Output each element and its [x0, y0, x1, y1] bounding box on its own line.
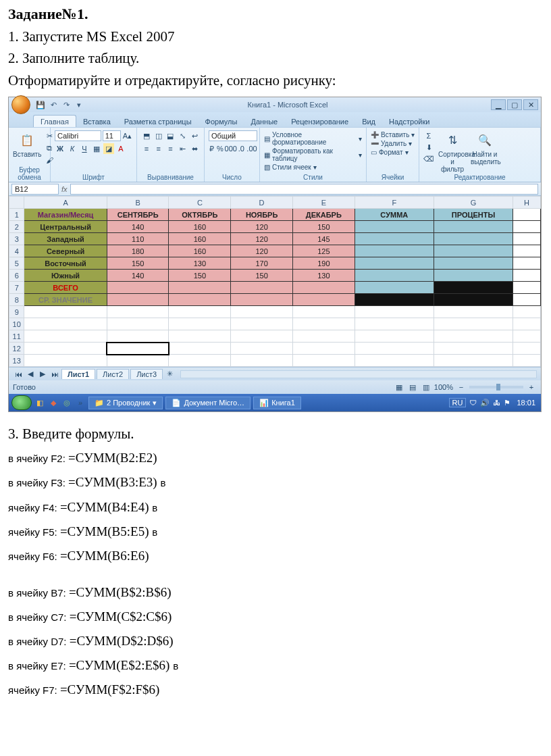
cell[interactable]: [107, 282, 169, 294]
cell[interactable]: 170: [231, 257, 293, 270]
find-select-button[interactable]: 🔍 Найти и выделить: [471, 130, 499, 173]
align-middle-icon[interactable]: ◫: [153, 130, 164, 141]
decrease-indent-icon[interactable]: ⇤: [177, 143, 188, 154]
tab-formulas[interactable]: Формулы: [199, 116, 244, 127]
col-header[interactable]: E: [292, 197, 355, 209]
sheet-nav-prev-icon[interactable]: ◀: [25, 369, 36, 380]
cell[interactable]: ОКТЯБРЬ: [169, 209, 231, 221]
row-header[interactable]: 10: [9, 318, 24, 330]
cell[interactable]: 120: [231, 221, 293, 233]
sheet-nav-next-icon[interactable]: ▶: [37, 369, 48, 380]
tab-insert[interactable]: Вставка: [76, 116, 117, 127]
align-bottom-icon[interactable]: ⬓: [165, 130, 176, 141]
taskbar-item[interactable]: 📄Документ Micro…: [165, 397, 251, 409]
col-header[interactable]: A: [24, 197, 107, 209]
cell[interactable]: [355, 245, 434, 257]
cell[interactable]: 160: [169, 221, 231, 233]
tab-view[interactable]: Вид: [355, 116, 382, 127]
cell[interactable]: 130: [169, 257, 231, 270]
cell[interactable]: 150: [169, 270, 231, 282]
cell[interactable]: [355, 257, 434, 270]
cell[interactable]: [513, 270, 541, 282]
col-header[interactable]: C: [169, 197, 231, 209]
cell[interactable]: 190: [292, 257, 355, 270]
row-header[interactable]: 4: [9, 245, 24, 257]
save-icon[interactable]: 💾: [35, 99, 46, 110]
percent-icon[interactable]: %: [216, 143, 224, 154]
col-header[interactable]: H: [513, 197, 541, 209]
cell[interactable]: ПРОЦЕНТЫ: [434, 209, 513, 221]
align-top-icon[interactable]: ⬒: [141, 130, 152, 141]
col-header[interactable]: F: [355, 197, 434, 209]
italic-icon[interactable]: К: [67, 143, 78, 154]
tray-icon[interactable]: ⚑: [504, 399, 510, 407]
cell[interactable]: 145: [292, 233, 355, 245]
cell[interactable]: [231, 294, 293, 306]
cell[interactable]: [169, 282, 231, 294]
taskbar-clock[interactable]: 18:01: [514, 399, 538, 407]
sheet-tab[interactable]: Лист1: [61, 369, 95, 379]
row-header[interactable]: 1: [9, 209, 24, 221]
view-pagebreak-icon[interactable]: ▥: [421, 382, 431, 393]
orientation-icon[interactable]: ⤡: [177, 130, 188, 141]
fill-icon[interactable]: ⬇: [423, 142, 434, 153]
cell[interactable]: Центральный: [24, 221, 107, 233]
active-cell[interactable]: [107, 343, 169, 355]
spreadsheet-grid[interactable]: A B C D E F G H 1 Магазин/Месяц СЕНТЯБРЬ…: [9, 196, 541, 367]
align-right-icon[interactable]: ≡: [165, 143, 176, 154]
row-header[interactable]: 9: [9, 306, 24, 318]
zoom-slider[interactable]: [469, 386, 523, 388]
tray-icon[interactable]: 🖧: [493, 399, 500, 407]
zoom-out-icon[interactable]: −: [456, 382, 467, 393]
wrap-text-icon[interactable]: ↩: [189, 130, 200, 141]
align-left-icon[interactable]: ≡: [141, 143, 152, 154]
cell[interactable]: [434, 221, 513, 233]
cell[interactable]: [107, 294, 169, 306]
cell[interactable]: Западный: [24, 233, 107, 245]
cell[interactable]: [513, 209, 541, 221]
minimize-button[interactable]: ▁: [491, 99, 506, 110]
cell[interactable]: 130: [292, 270, 355, 282]
conditional-formatting-button[interactable]: ▤Условное форматирование ▾: [264, 130, 362, 147]
cell[interactable]: СР. ЗНАЧЕНИЕ: [24, 294, 107, 306]
cell[interactable]: [434, 270, 513, 282]
cell[interactable]: [355, 282, 434, 294]
col-header[interactable]: D: [231, 197, 293, 209]
view-layout-icon[interactable]: ▤: [407, 382, 418, 393]
underline-icon[interactable]: Ч: [79, 143, 90, 154]
cell[interactable]: [434, 257, 513, 270]
cell[interactable]: [513, 245, 541, 257]
cell[interactable]: Южный: [24, 270, 107, 282]
cell[interactable]: СУММА: [355, 209, 434, 221]
cell[interactable]: 160: [169, 233, 231, 245]
redo-icon[interactable]: ↷: [61, 99, 72, 110]
fill-color-icon[interactable]: ◪: [103, 143, 114, 154]
row-header[interactable]: 11: [9, 330, 24, 343]
cell[interactable]: 110: [107, 233, 169, 245]
dec-decimal-icon[interactable]: .00: [246, 143, 257, 154]
row-header[interactable]: 5: [9, 257, 24, 270]
tab-data[interactable]: Данные: [244, 116, 284, 127]
cell[interactable]: [513, 221, 541, 233]
cell[interactable]: 125: [292, 245, 355, 257]
fx-icon[interactable]: fx: [61, 185, 68, 193]
cell[interactable]: 160: [169, 245, 231, 257]
horizontal-scrollbar[interactable]: [180, 370, 537, 378]
number-format-combo[interactable]: Общий: [209, 130, 257, 141]
currency-icon[interactable]: ₽: [209, 143, 215, 154]
format-cells-button[interactable]: ▭Формат ▾: [371, 148, 415, 157]
formula-bar[interactable]: [70, 184, 538, 195]
qat-dropdown-icon[interactable]: ▾: [74, 99, 84, 110]
close-button[interactable]: ✕: [523, 99, 538, 110]
sheet-nav-first-icon[interactable]: ⏮: [13, 369, 24, 380]
cell[interactable]: 140: [107, 270, 169, 282]
maximize-button[interactable]: ▢: [507, 99, 522, 110]
row-header[interactable]: 3: [9, 233, 24, 245]
tab-review[interactable]: Рецензирование: [284, 116, 355, 127]
undo-icon[interactable]: ↶: [48, 99, 59, 110]
clear-icon[interactable]: ⌫: [423, 153, 434, 164]
tray-icon[interactable]: 🔊: [480, 399, 490, 407]
cell[interactable]: 180: [107, 245, 169, 257]
col-header[interactable]: B: [107, 197, 169, 209]
row-header[interactable]: 7: [9, 282, 24, 294]
